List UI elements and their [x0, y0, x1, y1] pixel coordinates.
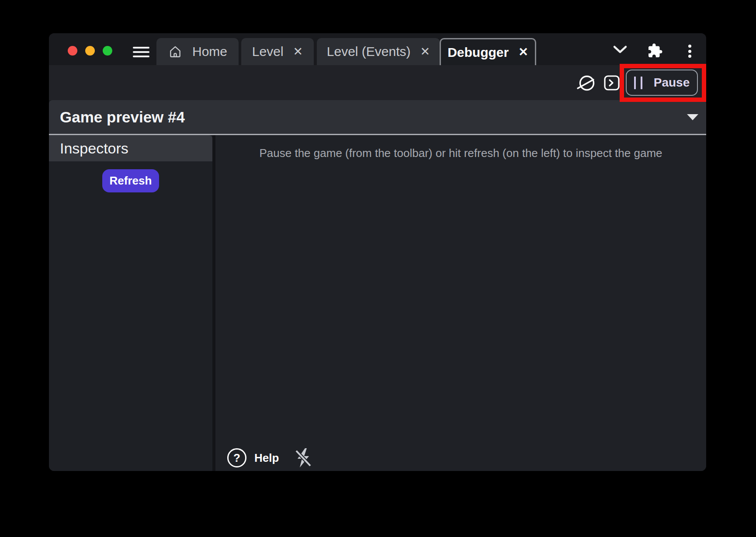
tab-label: Home [192, 44, 227, 59]
minimize-window-button[interactable] [85, 46, 95, 56]
debugger-main-area: Pause the game (from the toolbar) or hit… [215, 135, 706, 471]
pause-icon [634, 77, 642, 89]
vertical-divider[interactable] [212, 135, 215, 471]
tab-level[interactable]: Level ✕ [241, 38, 314, 65]
pause-hint-text: Pause the game (from the toolbar) or hit… [215, 135, 706, 160]
help-glyph: ? [233, 451, 240, 465]
main-menu-icon[interactable] [133, 47, 149, 57]
profiler-gauge-icon[interactable] [576, 73, 597, 94]
tab-debugger[interactable]: Debugger ✕ [440, 38, 536, 65]
pause-button-label: Pause [654, 76, 690, 90]
tab-strip: Home Level ✕ Level (Events) ✕ Debugger ✕ [49, 33, 706, 65]
close-window-button[interactable] [68, 46, 77, 56]
extensions-puzzle-icon[interactable] [647, 43, 663, 59]
inspectors-header: Inspectors [49, 135, 212, 161]
tab-home[interactable]: Home [156, 38, 239, 65]
main-footer: ? Help [227, 447, 313, 468]
caret-down-icon[interactable] [687, 114, 698, 120]
window-controls [68, 46, 132, 56]
chevron-down-icon[interactable] [612, 44, 628, 56]
pause-button[interactable]: Pause [626, 70, 698, 96]
tab-label: Level [252, 44, 284, 59]
debugger-window: Home Level ✕ Level (Events) ✕ Debugger ✕ [49, 33, 706, 471]
debugger-toolbar: Pause [49, 65, 706, 100]
help-label[interactable]: Help [254, 451, 279, 465]
game-preview-title: Game preview #4 [60, 100, 185, 134]
close-tab-icon[interactable]: ✕ [293, 46, 303, 58]
flash-off-icon[interactable] [294, 447, 313, 468]
refresh-button[interactable]: Refresh [102, 169, 159, 192]
inspectors-sidebar: Inspectors Refresh [49, 135, 212, 471]
console-icon[interactable] [603, 74, 620, 91]
zoom-window-button[interactable] [103, 46, 112, 56]
close-tab-icon[interactable]: ✕ [518, 46, 528, 58]
close-tab-icon[interactable]: ✕ [420, 46, 430, 58]
home-icon [168, 44, 183, 59]
tab-label: Debugger [447, 45, 509, 60]
game-preview-header[interactable]: Game preview #4 [49, 100, 706, 134]
tab-level-events[interactable]: Level (Events) ✕ [317, 38, 440, 65]
tab-label: Level (Events) [327, 44, 411, 59]
help-icon[interactable]: ? [227, 448, 246, 467]
more-options-kebab-icon[interactable] [687, 45, 692, 58]
inspectors-title: Inspectors [60, 140, 128, 157]
